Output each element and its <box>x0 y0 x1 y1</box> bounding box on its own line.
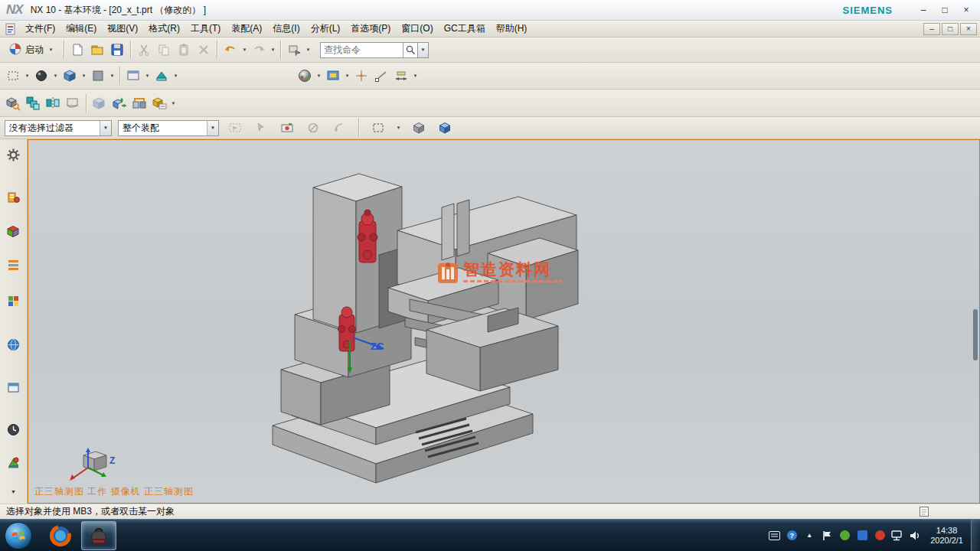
open-button[interactable] <box>87 40 107 60</box>
measure-dropdown-icon[interactable]: ▼ <box>411 66 420 86</box>
antivirus-icon[interactable] <box>838 530 851 542</box>
measure-button[interactable] <box>391 66 411 86</box>
menu-information[interactable]: 信息(I) <box>267 21 305 36</box>
messenger-icon[interactable] <box>856 530 868 542</box>
background-color-button[interactable] <box>88 66 108 86</box>
view-orient-dropdown-icon[interactable]: ▼ <box>80 66 88 86</box>
command-search-input[interactable] <box>320 42 403 58</box>
system-materials-icon[interactable] <box>5 455 23 470</box>
pattern-component-button[interactable] <box>23 93 43 113</box>
child-minimize-button[interactable]: – <box>923 23 940 35</box>
move-component-button[interactable] <box>109 93 129 113</box>
snapshot-button[interactable] <box>277 118 297 138</box>
new-component-button[interactable] <box>90 93 109 113</box>
true-shading-dropdown-icon[interactable]: ▼ <box>315 66 323 86</box>
delete-button[interactable] <box>194 40 214 60</box>
menu-format[interactable]: 格式(R) <box>143 21 185 36</box>
assembly-more-dropdown-icon[interactable]: ▼ <box>169 93 178 113</box>
deselect-button[interactable] <box>303 118 323 138</box>
maximize-button[interactable]: □ <box>934 3 956 18</box>
roles-icon[interactable] <box>5 189 23 204</box>
search-icon[interactable] <box>403 42 418 58</box>
select-all-button[interactable] <box>225 118 245 138</box>
undo-dropdown-icon[interactable]: ▼ <box>240 40 249 60</box>
child-close-button[interactable]: × <box>960 23 977 35</box>
snap-point-button[interactable] <box>351 66 371 86</box>
redo-dropdown-icon[interactable]: ▼ <box>269 40 277 60</box>
shaded-solid-button[interactable] <box>409 118 429 138</box>
select-rectangle-button[interactable] <box>3 66 23 86</box>
input-indicator-icon[interactable] <box>768 530 780 542</box>
information-window-icon[interactable] <box>917 506 931 518</box>
render-style-button[interactable] <box>31 66 51 86</box>
menu-window[interactable]: 窗口(O) <box>396 21 438 36</box>
taskbar-clock[interactable]: 14:38 2020/2/1 <box>930 526 963 546</box>
menu-gc-toolbox[interactable]: GC工具箱 <box>439 21 491 36</box>
new-button[interactable] <box>67 40 87 60</box>
security-center-icon[interactable] <box>874 530 886 542</box>
minimize-button[interactable]: – <box>913 3 934 18</box>
menu-help[interactable]: 帮助(H) <box>491 21 533 36</box>
cad-model[interactable] <box>28 140 980 504</box>
reuse-library-icon[interactable] <box>5 337 23 352</box>
nx-taskbar-button[interactable] <box>81 521 116 550</box>
work-view-button[interactable] <box>152 66 172 86</box>
redo-button[interactable] <box>249 40 269 60</box>
window-layout-button[interactable] <box>123 66 143 86</box>
rectangle-select-mode-button[interactable] <box>368 118 388 138</box>
assembly-navigator-icon[interactable] <box>5 223 23 239</box>
snap-end-button[interactable] <box>371 66 391 86</box>
view-triad[interactable]: Z <box>53 445 122 484</box>
mirror-assembly-button[interactable] <box>43 93 63 113</box>
previous-selection-button[interactable] <box>329 118 349 138</box>
show-desktop-button[interactable] <box>971 520 980 551</box>
select-highlight-button[interactable] <box>251 118 271 138</box>
gear-icon[interactable] <box>5 147 23 162</box>
menu-preferences[interactable]: 首选项(P) <box>345 21 396 36</box>
resource-bar-expand-icon[interactable]: ▼ <box>5 484 23 499</box>
web-browser-icon[interactable] <box>5 380 23 395</box>
start-button[interactable] <box>5 522 32 549</box>
cut-button[interactable] <box>134 40 154 60</box>
find-component-button[interactable] <box>3 93 23 113</box>
menu-analysis[interactable]: 分析(L) <box>305 21 346 36</box>
undo-button[interactable] <box>220 40 240 60</box>
graphics-window[interactable]: 智造资料网 ZC Z <box>28 139 980 504</box>
menu-edit[interactable]: 编辑(E) <box>60 21 102 36</box>
view-orient-cube-button[interactable] <box>60 66 80 86</box>
work-view-dropdown-icon[interactable]: ▼ <box>172 66 180 86</box>
show-hidden-icons-button[interactable]: ▲ <box>803 530 815 542</box>
visualization-button[interactable] <box>323 66 343 86</box>
part-navigator-icon[interactable] <box>5 293 23 308</box>
visualization-dropdown-icon[interactable]: ▼ <box>343 66 351 86</box>
menu-view[interactable]: 视图(V) <box>102 21 143 36</box>
wireframe-solid-button[interactable] <box>435 118 455 138</box>
search-dropdown-icon[interactable]: ▼ <box>418 42 429 58</box>
menu-assemblies[interactable]: 装配(A) <box>226 21 267 36</box>
menu-tools[interactable]: 工具(T) <box>185 21 226 36</box>
background-dropdown-icon[interactable]: ▼ <box>108 66 116 86</box>
viewport-vertical-scrollbar[interactable] <box>973 309 978 360</box>
touch-dropdown-icon[interactable]: ▼ <box>304 40 312 60</box>
help-icon[interactable]: ? <box>786 530 798 542</box>
paste-button[interactable] <box>174 40 194 60</box>
assembly-constraints-button[interactable] <box>129 93 149 113</box>
render-style-dropdown-icon[interactable]: ▼ <box>51 66 60 86</box>
constraint-navigator-icon[interactable] <box>5 257 23 272</box>
rectangle-select-dropdown-icon[interactable]: ▼ <box>394 118 403 138</box>
firefox-taskbar-button[interactable] <box>43 521 78 550</box>
select-dropdown-icon[interactable]: ▼ <box>23 66 31 86</box>
copy-button[interactable] <box>154 40 174 60</box>
touch-mode-button[interactable] <box>284 40 304 60</box>
menu-file[interactable]: 文件(F) <box>20 21 60 36</box>
start-menu-button[interactable]: 启动 ▼ <box>3 40 60 60</box>
selection-scope-dropdown[interactable]: 整个装配 ▼ <box>118 120 219 136</box>
window-layout-dropdown-icon[interactable]: ▼ <box>143 66 152 86</box>
network-icon[interactable] <box>891 530 903 542</box>
remember-constraints-button[interactable] <box>149 93 169 113</box>
close-button[interactable]: × <box>956 3 977 18</box>
selection-filter-dropdown[interactable]: 没有选择过滤器 ▼ <box>5 120 112 136</box>
history-palette-icon[interactable] <box>5 422 23 437</box>
true-shading-button[interactable] <box>295 66 315 86</box>
wave-geometry-button[interactable] <box>63 93 83 113</box>
